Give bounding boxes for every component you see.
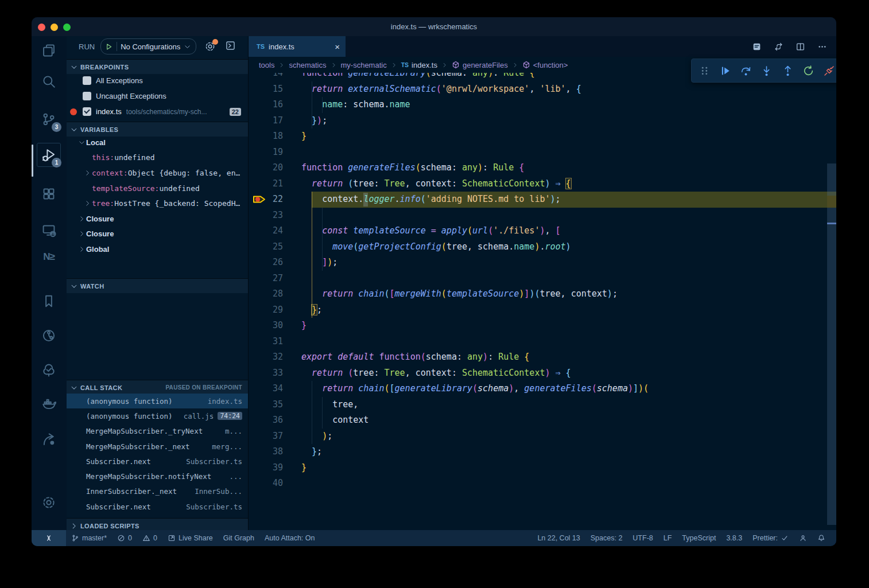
call-stack-row[interactable]: Subscriber.nextSubscriber.ts — [67, 499, 248, 514]
line-number[interactable]: 21 — [260, 176, 283, 192]
breadcrumb-item[interactable]: schematics — [289, 61, 326, 69]
variable-row[interactable]: templateSource: undefined — [67, 181, 248, 196]
line-number[interactable]: 25 — [260, 239, 283, 255]
variable-row[interactable]: context: Object {debug: false, en… — [67, 165, 248, 181]
call-stack-row[interactable]: (anonymous function)index.ts — [67, 394, 248, 408]
line-number[interactable]: 16 — [260, 97, 283, 113]
variable-row[interactable]: Closure — [67, 227, 248, 242]
line-number[interactable]: 36 — [260, 412, 283, 429]
line-number[interactable]: 34 — [260, 381, 283, 397]
more-actions-button[interactable] — [817, 42, 827, 52]
breakpoint-checkbox[interactable] — [83, 92, 91, 100]
status-item-git-graph[interactable]: Git Graph — [218, 530, 259, 546]
line-number[interactable]: 39 — [260, 460, 283, 476]
line-number[interactable]: 30 — [260, 318, 283, 334]
line-number[interactable]: 32 — [260, 349, 283, 365]
breakpoint-row[interactable]: Uncaught Exceptions — [67, 88, 248, 104]
variable-row[interactable]: this: undefined — [67, 150, 248, 166]
call-stack-row[interactable]: Subscriber.nextSubscriber.ts — [67, 454, 248, 469]
status-item-live-share[interactable]: Live Share — [162, 530, 218, 546]
status-item-feedback[interactable] — [794, 530, 812, 546]
line-number[interactable]: 27 — [260, 271, 283, 287]
line-number[interactable]: 23 — [260, 208, 283, 224]
code-line-39[interactable]: 39} — [249, 460, 836, 476]
breakpoints-section-header[interactable]: BREAKPOINTS — [67, 59, 248, 74]
call-stack-row[interactable]: InnerSubscriber._nextInnerSub... — [67, 484, 248, 499]
line-number[interactable]: 18 — [260, 128, 283, 145]
line-number[interactable]: 26 — [260, 255, 283, 271]
start-debug-icon[interactable] — [104, 42, 113, 51]
line-number[interactable]: 28 — [260, 286, 283, 302]
breakpoint-checkbox[interactable] — [83, 76, 91, 85]
call-stack-row[interactable]: (anonymous function)call.js74:24 — [67, 408, 248, 423]
activity-item-remote-explorer[interactable] — [37, 219, 60, 242]
code-line-36[interactable]: 36 context — [249, 412, 836, 429]
format-button[interactable] — [752, 42, 762, 52]
debug-console-button[interactable] — [225, 40, 236, 53]
status-item-errors[interactable]: 0 — [112, 530, 137, 546]
code-line-32[interactable]: 32export default function(schema: any): … — [249, 349, 836, 365]
continue-button[interactable] — [719, 65, 731, 77]
activity-item-gitlens[interactable] — [37, 324, 60, 347]
activity-item-bookmarks[interactable] — [37, 290, 60, 313]
activity-item-search[interactable] — [37, 70, 60, 93]
breakpoint-row[interactable]: index.tstools/schematics/my-sch...22 — [67, 104, 248, 119]
line-number[interactable]: 24 — [260, 223, 283, 239]
status-item-prettier[interactable]: Prettier: — [747, 530, 794, 546]
activity-item-run-and-debug[interactable]: 1 — [37, 143, 60, 166]
activity-item-nx-console[interactable]: N≥ — [37, 246, 60, 268]
line-number[interactable]: 20 — [260, 160, 283, 176]
code-line-17[interactable]: 17 }); — [249, 113, 836, 129]
variable-row[interactable]: tree: HostTree {_backend: ScopedH… — [67, 196, 248, 211]
status-item-git-branch[interactable]: master* — [66, 530, 112, 546]
line-number[interactable]: 40 — [260, 476, 283, 492]
line-number[interactable]: 15 — [260, 81, 283, 98]
activity-item-test-explorer[interactable] — [37, 359, 60, 381]
code-line-25[interactable]: 25 move(getProjectConfig(tree, schema.na… — [249, 239, 836, 255]
step-into-button[interactable] — [761, 65, 773, 77]
code-line-24[interactable]: 24 const templateSource = apply(url('./f… — [249, 223, 836, 239]
code-line-29[interactable]: 29 }; — [249, 302, 836, 318]
code-editor[interactable]: 14function generateLibrary(schema: any):… — [249, 65, 836, 492]
breadcrumb-item[interactable]: <function> — [522, 61, 568, 69]
code-line-19[interactable]: 19 — [249, 145, 836, 161]
status-item-cursor-position[interactable]: Ln 22, Col 13 — [532, 530, 585, 546]
line-number[interactable]: 29 — [260, 302, 283, 318]
status-item-notifications[interactable] — [812, 530, 831, 546]
code-line-40[interactable]: 40 — [249, 476, 836, 492]
code-line-31[interactable]: 31 — [249, 334, 836, 350]
line-number[interactable]: 31 — [260, 334, 283, 350]
breadcrumb-item[interactable]: tools — [259, 61, 274, 69]
code-line-21[interactable]: 21 return (tree: Tree, context: Schemati… — [249, 176, 836, 192]
breakpoint-checkbox[interactable] — [83, 107, 91, 116]
scope-chevron[interactable] — [77, 139, 86, 146]
step-out-button[interactable] — [782, 65, 794, 77]
settings-gear-button[interactable] — [37, 491, 60, 514]
variable-row[interactable]: Local — [67, 135, 248, 150]
code-line-35[interactable]: 35 tree, — [249, 397, 836, 413]
call-stack-row[interactable]: MergeMapSubscriber._nextmerg... — [67, 439, 248, 454]
disconnect-button[interactable] — [823, 65, 835, 77]
activity-item-source-control[interactable]: 3 — [37, 108, 60, 131]
code-line-20[interactable]: 20function generateFiles(schema: any): R… — [249, 160, 836, 176]
debug-settings-gear[interactable] — [204, 41, 216, 52]
activity-item-extensions[interactable] — [37, 182, 60, 205]
code-line-16[interactable]: 16 name: schema.name — [249, 97, 836, 113]
variable-row[interactable]: Global — [67, 242, 248, 257]
breadcrumb-item[interactable]: generateFiles — [452, 61, 508, 69]
scrollbar-slider[interactable] — [827, 163, 836, 525]
breadcrumb-item[interactable]: TSindex.ts — [401, 61, 437, 69]
code-line-26[interactable]: 26 ]); — [249, 255, 836, 271]
close-tab-icon[interactable]: × — [335, 42, 340, 51]
status-item-language-mode[interactable]: TypeScript — [677, 530, 721, 546]
drag-handle-button[interactable] — [699, 65, 711, 77]
code-line-28[interactable]: 28 return chain([mergeWith(templateSourc… — [249, 286, 836, 302]
line-number[interactable]: 33 — [260, 365, 283, 381]
code-line-30[interactable]: 30} — [249, 318, 836, 334]
line-number[interactable]: 19 — [260, 145, 283, 161]
call-stack-row[interactable]: MergeMapSubscriber._tryNextm... — [67, 424, 248, 439]
watch-section-header[interactable]: WATCH — [67, 278, 248, 293]
variable-expand-chevron[interactable] — [83, 169, 92, 177]
code-line-15[interactable]: 15 return externalSchematic('@nrwl/works… — [249, 81, 836, 98]
code-line-27[interactable]: 27 — [249, 271, 836, 287]
